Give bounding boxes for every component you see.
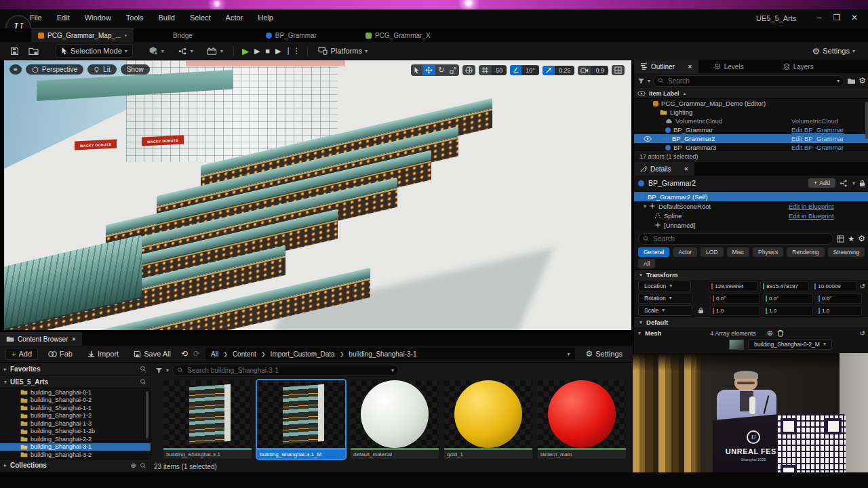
add-array-element-icon[interactable]: ⊕ <box>767 329 773 338</box>
close-icon[interactable]: ✕ <box>688 64 692 70</box>
component-row[interactable]: Spline Edit in Blueprint <box>634 211 868 220</box>
platforms-dropdown[interactable]: Platforms ▾ <box>313 45 372 57</box>
viewport-menu-icon[interactable]: ≡ <box>9 64 22 75</box>
breadcrumb-import-custom-data[interactable]: Import_Custom_Data <box>271 350 335 358</box>
outliner-search-input[interactable] <box>667 77 834 85</box>
source-control-icon[interactable] <box>24 45 43 58</box>
tab-bp-grammar[interactable]: BP_Grammar <box>259 28 323 42</box>
play-button[interactable]: ▶ <box>239 46 252 56</box>
add-collection-icon[interactable]: ⊕ <box>131 462 136 469</box>
reset-location-icon[interactable]: ↺ <box>860 283 865 290</box>
menu-window[interactable]: Window <box>85 14 111 22</box>
mesh-property-label[interactable]: Mesh <box>645 329 661 337</box>
reset-mesh-icon[interactable]: ↺ <box>860 329 865 337</box>
details-search[interactable] <box>638 233 833 245</box>
breadcrumb-all[interactable]: All <box>211 350 218 358</box>
rotation-dropdown[interactable]: Rotation▾ <box>638 293 692 304</box>
rotation-y-field[interactable]: 0.0° <box>763 293 813 304</box>
selection-mode-dropdown[interactable]: Selection Mode ▾ <box>56 44 133 58</box>
default-section-header[interactable]: ▾Default <box>634 317 868 327</box>
filter-icon[interactable] <box>637 78 645 84</box>
close-icon[interactable]: ✕ <box>71 336 76 342</box>
favorites-header[interactable]: ▸Favorites <box>0 363 151 375</box>
tree-scrollbar[interactable] <box>146 391 149 439</box>
tab-pcg-grammar-x[interactable]: PCG_Grammar_X <box>359 28 437 42</box>
lock-icon[interactable] <box>859 180 865 187</box>
tab-pcg-grammar-map[interactable]: PCG_Grammar_Map_... • <box>31 28 134 43</box>
display-options-icon[interactable] <box>837 235 844 243</box>
rotation-z-field[interactable]: 0.0° <box>816 293 862 304</box>
maximize-viewport-icon[interactable] <box>612 65 625 75</box>
fab-button[interactable]: Fab <box>43 348 77 360</box>
new-folder-icon[interactable] <box>847 77 856 85</box>
asset-tile-building-shanghai-3-1[interactable]: building_Shanghai-3-1 <box>163 380 252 459</box>
component-hierarchy-icon[interactable] <box>840 180 848 187</box>
play-advanced-button[interactable]: ▶⎹ <box>273 47 291 56</box>
transform-tools[interactable]: ↻ <box>411 64 459 76</box>
scale-snap-control[interactable]: 0.25 <box>542 66 575 75</box>
filter-misc[interactable]: Misc <box>727 247 749 257</box>
search-icon[interactable] <box>140 378 146 385</box>
menu-edit[interactable]: Edit <box>57 14 70 22</box>
trash-icon[interactable] <box>777 329 784 337</box>
outliner-row-selected[interactable]: BP_Grammar2 Edit BP_Grammar <box>634 134 868 143</box>
add-component-button[interactable]: +Add <box>808 178 835 188</box>
filter-icon[interactable] <box>155 367 163 373</box>
filter-actor[interactable]: Actor <box>673 247 697 257</box>
settings-dropdown[interactable]: ⚙ Settings ▾ <box>808 44 860 58</box>
scale-y-field[interactable]: 1.0 <box>763 306 813 316</box>
filter-lod[interactable]: LOD <box>701 247 723 257</box>
tab-content-browser[interactable]: Content Browser ✕ <box>0 332 82 346</box>
scale-lock-icon[interactable] <box>698 307 704 314</box>
outliner-row[interactable]: VolumetricCloud VolumetricCloud <box>634 117 868 125</box>
outliner-row[interactable]: BP_Grammar3 Edit BP_Grammar <box>634 143 868 150</box>
menu-tools[interactable]: Tools <box>126 14 144 22</box>
cb-settings-dropdown[interactable]: ⚙ Settings <box>580 347 627 361</box>
menu-build[interactable]: Build <box>159 14 175 22</box>
scale-x-field[interactable]: 1.0 <box>710 306 760 316</box>
filter-all[interactable]: All <box>638 259 655 268</box>
mesh-asset-dropdown[interactable]: building_Shanghai-0-2_M▾ <box>748 339 832 350</box>
minimize-button[interactable]: – <box>810 13 828 22</box>
nav-back-icon[interactable]: ⟲ <box>181 349 188 359</box>
close-button[interactable]: ✕ <box>846 13 863 22</box>
maximize-button[interactable]: ❐ <box>828 13 846 22</box>
add-actor-icon[interactable]: ▾ <box>144 44 169 58</box>
folder-row[interactable]: building_Shanghai-2-2 <box>0 435 151 443</box>
folder-row[interactable]: building_Shanghai-1-1 <box>0 404 151 412</box>
search-icon[interactable] <box>140 365 146 372</box>
tab-layers[interactable]: Layers <box>777 60 820 73</box>
details-settings-gear-icon[interactable]: ⚙ <box>858 234 865 243</box>
outliner-row[interactable]: PCG_Grammar_Map_Demo (Editor) <box>634 99 868 108</box>
tab-levels[interactable]: Levels <box>708 60 750 73</box>
grid-snap-control[interactable]: 50 <box>479 65 507 75</box>
folder-row[interactable]: building_Shanghai-1-2 <box>0 412 151 420</box>
breadcrumb-content[interactable]: Content <box>233 350 256 358</box>
column-item-label[interactable]: Item Label <box>649 90 679 97</box>
scale-z-field[interactable]: 1.0 <box>816 306 862 316</box>
outliner-settings-gear-icon[interactable]: ⚙ <box>859 76 866 85</box>
cinematics-icon[interactable]: ▾ <box>202 45 228 58</box>
search-icon[interactable] <box>140 462 146 469</box>
outliner-row[interactable]: BP_Grammar Edit BP_Grammar <box>634 125 868 134</box>
filter-rendering[interactable]: Rendering <box>787 247 824 257</box>
tab-bridge[interactable]: Bridge <box>166 28 199 42</box>
import-button[interactable]: Import <box>83 348 123 360</box>
world-space-toggle[interactable] <box>462 65 475 75</box>
menu-select[interactable]: Select <box>190 14 211 22</box>
location-x-field[interactable]: 129.999994 <box>709 281 757 291</box>
folder-row[interactable]: building_Shanghai-0-1 <box>0 388 151 396</box>
save-icon[interactable] <box>5 45 24 58</box>
project-root-header[interactable]: ▾UE5_5_Arts <box>0 375 151 388</box>
asset-tile-default-material[interactable]: default_material <box>351 380 439 459</box>
component-row[interactable]: ▾ DefaultSceneRoot Edit in Blueprint <box>634 201 868 211</box>
outliner-row[interactable]: Lighting <box>634 108 868 117</box>
folder-row[interactable]: building_Shanghai-1-2b <box>0 428 151 436</box>
filter-general[interactable]: General <box>638 247 669 257</box>
folder-row[interactable]: building_Shanghai-3-2 <box>0 451 151 459</box>
menu-help[interactable]: Help <box>258 14 273 22</box>
save-all-button[interactable]: Save All <box>129 348 176 360</box>
tab-outliner[interactable]: Outliner ✕ <box>634 60 698 73</box>
filter-streaming[interactable]: Streaming <box>828 247 865 257</box>
asset-search[interactable]: ▾ <box>172 365 399 376</box>
